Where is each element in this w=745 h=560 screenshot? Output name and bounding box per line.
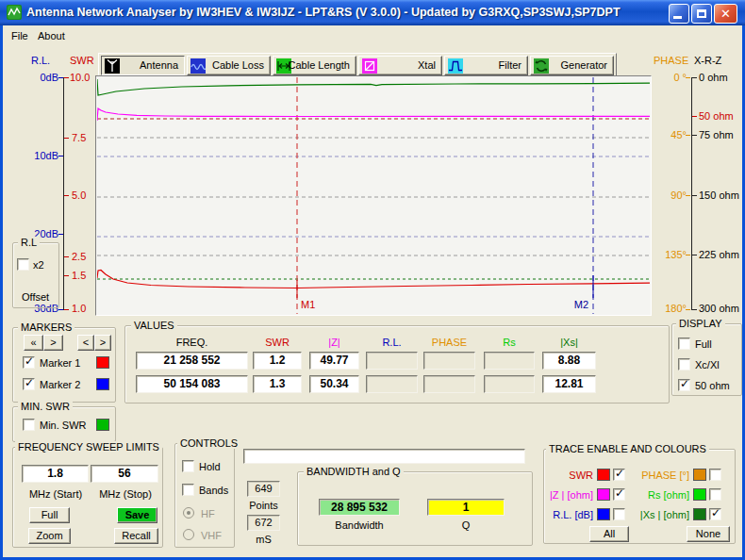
trace-xs-label: |Xs | [ohm] bbox=[631, 509, 689, 520]
phase-tickmark bbox=[686, 77, 690, 78]
xs-trace bbox=[97, 79, 650, 95]
marker-nav-first-button[interactable]: « bbox=[24, 335, 43, 351]
display-50ohm-label: 50 ohm bbox=[695, 380, 730, 391]
x2-checkbox[interactable] bbox=[17, 258, 29, 271]
z-header: |Z| bbox=[309, 337, 359, 348]
save-button[interactable]: Save bbox=[117, 507, 157, 523]
ohm-tick-0: 0 ohm bbox=[699, 72, 728, 83]
trace-xs-swatch[interactable] bbox=[693, 508, 706, 520]
full-sweep-button[interactable]: Full bbox=[29, 507, 70, 523]
display-50ohm-checkbox[interactable] bbox=[678, 379, 690, 391]
trace-swr-checkbox[interactable] bbox=[613, 469, 625, 481]
min-swr-title: MIN. SWR bbox=[18, 401, 73, 412]
min-swr-group: MIN. SWR Min. SWR bbox=[12, 406, 116, 442]
trace-z-swatch[interactable] bbox=[597, 488, 610, 501]
marker2-checkbox-label: Marker 2 bbox=[40, 379, 80, 390]
maximize-button[interactable] bbox=[691, 4, 712, 24]
x2-label: x2 bbox=[33, 259, 44, 271]
trace-all-button[interactable]: All bbox=[589, 526, 629, 542]
menu-file[interactable]: File bbox=[8, 29, 32, 42]
hf-label: HF bbox=[201, 508, 215, 519]
trace-z-checkbox[interactable] bbox=[613, 488, 625, 501]
sweep-chart[interactable]: M1 M2 bbox=[95, 75, 652, 316]
rs-header: Rs bbox=[484, 337, 535, 348]
trace-rs-checkbox[interactable] bbox=[709, 488, 721, 501]
cable-length-button[interactable]: Cable Length bbox=[273, 56, 356, 75]
marker-nav-next-button[interactable]: > bbox=[43, 335, 63, 351]
filter-label: Filter bbox=[499, 59, 522, 71]
command-input[interactable] bbox=[243, 449, 525, 464]
filter-button[interactable]: Filter bbox=[444, 56, 528, 75]
rl-tickmark bbox=[58, 234, 63, 235]
trace-swr-swatch[interactable] bbox=[597, 469, 610, 481]
vhf-radio[interactable] bbox=[183, 529, 194, 540]
ohm-tickmark bbox=[692, 195, 697, 196]
xtal-button[interactable]: Xtal bbox=[358, 56, 442, 75]
marker2-checkbox[interactable] bbox=[23, 378, 35, 390]
swr-tickmark bbox=[64, 309, 69, 310]
phase-tickmark bbox=[686, 255, 690, 255]
titlebar[interactable]: Antenna Network Analyser by IW3HEV & IW3… bbox=[0, 0, 745, 25]
swr-tick-2-5: 2.5 bbox=[72, 251, 86, 262]
marker-step-left-button[interactable]: < bbox=[77, 335, 94, 351]
min-swr-label: Min. SWR bbox=[40, 420, 87, 431]
xrz-axis-title: X-R-Z bbox=[694, 55, 721, 66]
marker1-color-swatch[interactable] bbox=[96, 356, 109, 369]
start-freq-input[interactable]: 1.8 bbox=[22, 465, 89, 483]
cable-loss-button[interactable]: Cable Loss bbox=[187, 56, 271, 75]
swr-tick-10: 10.0 bbox=[70, 72, 90, 83]
marker2-phase-value bbox=[423, 375, 475, 393]
freq-header: FREQ. bbox=[136, 337, 248, 348]
minimize-button[interactable] bbox=[669, 4, 689, 24]
phase-tickmark bbox=[686, 195, 690, 196]
values-title: VALUES bbox=[131, 320, 177, 331]
markers-group: MARKERS « > < > Marker 1 Marker 2 bbox=[12, 327, 116, 403]
ohm-tick-75: 75 ohm bbox=[699, 129, 734, 140]
antenna-mode-button[interactable]: Antenna bbox=[101, 56, 185, 75]
marker1-phase-value bbox=[423, 352, 475, 370]
menu-about[interactable]: About bbox=[34, 29, 69, 42]
rl-tickmark bbox=[58, 77, 63, 78]
zoom-button[interactable]: Zoom bbox=[28, 528, 71, 544]
bands-checkbox[interactable] bbox=[182, 484, 194, 496]
stop-freq-input[interactable]: 56 bbox=[91, 465, 158, 483]
marker2-swr-value: 1.3 bbox=[253, 375, 302, 393]
marker1-checkbox[interactable] bbox=[23, 356, 35, 369]
marker1-z-value: 49.77 bbox=[309, 352, 359, 370]
ohm-tick-300: 300 ohm bbox=[699, 303, 739, 314]
trace-rl-swatch[interactable] bbox=[597, 508, 610, 520]
display-xcxl-checkbox[interactable] bbox=[678, 358, 690, 371]
marker1-swr-value: 1.2 bbox=[253, 352, 302, 370]
app-icon bbox=[7, 5, 22, 20]
trace-xs-checkbox[interactable] bbox=[709, 508, 721, 520]
swr-tickmark bbox=[64, 77, 69, 78]
marker2-color-swatch[interactable] bbox=[96, 378, 109, 390]
trace-none-button[interactable]: None bbox=[687, 526, 730, 542]
min-swr-color-swatch[interactable] bbox=[96, 419, 109, 431]
sweep-limits-title: FREQUENCY SWEEP LIMITS bbox=[15, 441, 162, 453]
generator-button[interactable]: Generator bbox=[530, 56, 614, 75]
marker-step-right-button[interactable]: > bbox=[94, 335, 111, 351]
trace-phase-swatch[interactable] bbox=[693, 469, 706, 481]
hold-checkbox[interactable] bbox=[182, 460, 194, 472]
rl-tick-10db: 10dB bbox=[30, 150, 58, 161]
hf-radio[interactable] bbox=[183, 507, 194, 519]
trace-phase-checkbox[interactable] bbox=[709, 469, 721, 481]
swr-axis-title: SWR bbox=[70, 55, 94, 66]
min-swr-checkbox[interactable] bbox=[23, 419, 35, 431]
q-readout: 1 bbox=[427, 499, 505, 516]
recall-button[interactable]: Recall bbox=[114, 528, 158, 544]
bandwidth-label: Bandwidth bbox=[319, 519, 400, 531]
trace-rl-checkbox[interactable] bbox=[613, 508, 625, 520]
trace-rs-swatch[interactable] bbox=[693, 488, 706, 501]
display-full-checkbox[interactable] bbox=[678, 338, 690, 350]
trace-phase-label: PHASE [°] bbox=[631, 469, 689, 481]
bandwidth-q-group: BANDWIDTH and Q 28 895 532 Bandwidth 1 Q bbox=[297, 471, 533, 546]
trace-z-label: |Z | [ohm] bbox=[544, 489, 593, 501]
close-button[interactable]: ✕ bbox=[714, 4, 737, 24]
phase-tick-45: 45° bbox=[658, 129, 687, 140]
phase-tickmark bbox=[686, 135, 690, 136]
offset-label[interactable]: Offset bbox=[22, 291, 49, 303]
trace-enable-title: TRACE ENABLE AND COLOURS bbox=[546, 443, 709, 454]
phase-axis-title: PHASE bbox=[654, 55, 688, 66]
